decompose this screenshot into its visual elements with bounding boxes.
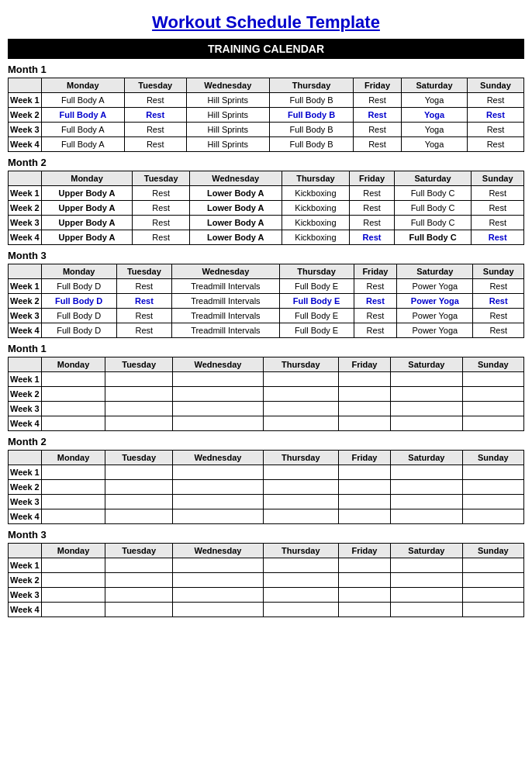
week-label: Week 4: [9, 323, 42, 338]
empty-cell: [462, 402, 523, 416]
empty-cell: [172, 372, 263, 387]
empty-cell: [105, 387, 173, 402]
schedule-cell: Full Body D: [41, 309, 116, 323]
schedule-cell: Yoga: [402, 108, 468, 123]
empty-cell: [105, 509, 173, 524]
schedule-cell: Rest: [124, 123, 186, 137]
week-label: Week 4: [9, 230, 42, 245]
day-header: Friday: [350, 171, 394, 186]
day-header: Sunday: [472, 171, 524, 186]
empty-cell: [338, 573, 390, 588]
empty-cell: [105, 558, 173, 573]
empty-cell: [41, 558, 105, 573]
day-header: Sunday: [462, 451, 523, 465]
schedule-cell: Treadmill Intervals: [172, 294, 279, 309]
schedule-cell: Rest: [467, 93, 523, 108]
empty-cell: [41, 603, 105, 617]
schedule-cell: Full Body B: [270, 108, 354, 123]
day-header: Thursday: [263, 357, 338, 372]
empty-cell: [172, 558, 263, 573]
empty-month-label: Month 1: [8, 343, 524, 354]
schedule-cell: Rest: [354, 323, 397, 338]
day-header: Tuesday: [105, 451, 173, 465]
empty-cell: [41, 495, 105, 509]
week-label: Week 1: [9, 558, 42, 573]
schedule-cell: Rest: [353, 137, 401, 152]
schedule-cell: Hill Sprints: [186, 137, 270, 152]
empty-cell: [263, 573, 338, 588]
schedule-cell: Lower Body A: [189, 186, 282, 201]
empty-cell: [41, 509, 105, 524]
week-label: Week 1: [9, 93, 42, 108]
day-header: Monday: [41, 171, 133, 186]
schedule-cell: Full Body C: [394, 201, 472, 216]
schedule-cell: Hill Sprints: [186, 123, 270, 137]
empty-cell: [338, 465, 390, 480]
day-header: Tuesday: [105, 544, 173, 558]
empty-cell: [263, 509, 338, 524]
day-header: Friday: [338, 451, 390, 465]
week-label: Week 4: [9, 603, 42, 617]
empty-cell: [263, 603, 338, 617]
week-label: Week 3: [9, 588, 42, 603]
week-label: Week 3: [9, 402, 42, 416]
empty-cell: [105, 495, 173, 509]
day-header: Saturday: [391, 544, 462, 558]
empty-cell: [105, 588, 173, 603]
week-label: Week 4: [9, 509, 42, 524]
day-header: Thursday: [282, 171, 350, 186]
empty-cell: [391, 509, 462, 524]
week-label: Week 4: [9, 416, 42, 431]
schedule-cell: Treadmill Intervals: [172, 279, 279, 294]
empty-cell: [462, 465, 523, 480]
schedule-cell: Full Body D: [41, 294, 116, 309]
empty-cell: [172, 495, 263, 509]
week-label: Week 3: [9, 123, 42, 137]
schedule-cell: Rest: [353, 108, 401, 123]
schedule-cell: Kickboxing: [282, 186, 350, 201]
empty-cell: [172, 387, 263, 402]
empty-cell: [338, 495, 390, 509]
empty-cell: [41, 372, 105, 387]
schedule-cell: Rest: [467, 137, 523, 152]
day-header: Tuesday: [105, 357, 173, 372]
schedule-cell: Rest: [124, 93, 186, 108]
schedule-cell: Hill Sprints: [186, 93, 270, 108]
day-header: Thursday: [270, 78, 354, 93]
schedule-cell: Rest: [133, 230, 190, 245]
empty-cell: [462, 387, 523, 402]
empty-cell: [338, 603, 390, 617]
empty-cell: [263, 465, 338, 480]
schedule-cell: Kickboxing: [282, 201, 350, 216]
empty-cell: [263, 402, 338, 416]
empty-cell: [41, 416, 105, 431]
empty-cell: [338, 588, 390, 603]
day-header: Wednesday: [172, 264, 279, 279]
empty-cell: [391, 387, 462, 402]
schedule-cell: Full Body A: [41, 123, 124, 137]
week-label: Week 3: [9, 495, 42, 509]
empty-cell: [462, 573, 523, 588]
month-label: Month 3: [8, 250, 524, 261]
empty-cell: [338, 416, 390, 431]
day-header: Monday: [41, 451, 105, 465]
empty-cell: [462, 603, 523, 617]
empty-cell: [41, 588, 105, 603]
schedule-cell: Full Body E: [279, 294, 354, 309]
empty-cell: [462, 509, 523, 524]
empty-cell: [172, 588, 263, 603]
empty-cell: [263, 372, 338, 387]
day-header: Wednesday: [172, 357, 263, 372]
schedule-cell: Rest: [467, 123, 523, 137]
schedule-cell: Rest: [350, 201, 394, 216]
schedule-cell: Rest: [354, 309, 397, 323]
empty-cell: [172, 573, 263, 588]
schedule-cell: Kickboxing: [282, 230, 350, 245]
empty-cell: [105, 573, 173, 588]
month-label: Month 1: [8, 64, 524, 75]
training-calendar-header: TRAINING CALENDAR: [8, 39, 524, 59]
empty-cell: [338, 402, 390, 416]
day-header: Monday: [41, 357, 105, 372]
schedule-cell: Kickboxing: [282, 216, 350, 230]
schedule-cell: Upper Body A: [41, 186, 133, 201]
